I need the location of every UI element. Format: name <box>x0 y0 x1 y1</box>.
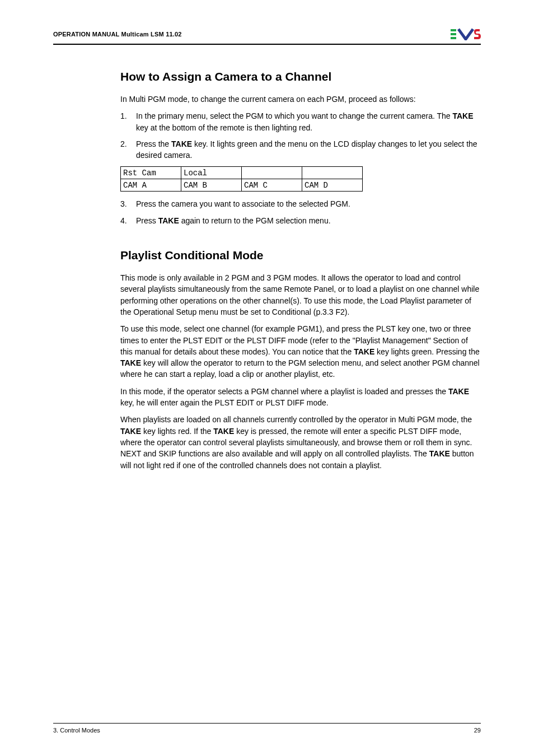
section1-steps-cont: Press the camera you want to associate t… <box>120 198 481 226</box>
document-footer: 3. Control Modes 29 <box>53 723 481 734</box>
main-content: How to Assign a Camera to a Channel In M… <box>120 70 481 701</box>
evs-logo <box>451 28 481 40</box>
document-header: OPERATION MANUAL Multicam LSM 11.02 <box>53 28 481 45</box>
section1-intro: In Multi PGM mode, to change the current… <box>120 94 481 105</box>
step-4: Press TAKE again to return to the PGM se… <box>120 215 481 226</box>
footer-page-number: 29 <box>474 727 481 734</box>
svg-rect-2 <box>451 37 456 39</box>
grid-cell-cam-c: CAM C <box>242 179 302 192</box>
take-key-label: TAKE <box>213 427 234 436</box>
step-1: In the primary menu, select the PGM to w… <box>120 110 481 133</box>
section2-p2: To use this mode, select one channel (fo… <box>120 323 481 380</box>
header-title: OPERATION MANUAL Multicam LSM 11.02 <box>53 31 182 38</box>
svg-rect-1 <box>451 33 456 35</box>
take-key-label: TAKE <box>448 387 469 396</box>
take-key-label: TAKE <box>354 347 374 356</box>
step-2: Press the TAKE key. It lights green and … <box>120 138 481 161</box>
section1-heading: How to Assign a Camera to a Channel <box>120 70 481 83</box>
grid-cell-cam-b: CAM B <box>181 179 242 192</box>
grid-cell-cam-d: CAM D <box>302 179 363 192</box>
take-key-label: TAKE <box>120 358 141 367</box>
footer-section: 3. Control Modes <box>53 727 100 734</box>
take-key-label: TAKE <box>158 216 179 225</box>
take-key-label: TAKE <box>171 139 192 148</box>
take-key-label: TAKE <box>429 449 450 458</box>
step-3: Press the camera you want to associate t… <box>120 198 481 209</box>
grid-cell-local: Local <box>181 167 242 179</box>
section1-steps: In the primary menu, select the PGM to w… <box>120 110 481 161</box>
section2-p3: In this mode, if the operator selects a … <box>120 386 481 409</box>
take-key-label: TAKE <box>120 427 141 436</box>
grid-cell-rst-cam: Rst Cam <box>121 167 181 179</box>
svg-rect-0 <box>451 29 456 31</box>
grid-cell-empty <box>242 167 302 179</box>
grid-cell-empty <box>302 167 363 179</box>
section2-heading: Playlist Conditional Mode <box>120 249 481 262</box>
camera-grid: Rst Cam Local CAM A CAM B CAM C CAM D <box>120 166 363 192</box>
grid-cell-cam-a: CAM A <box>121 179 181 192</box>
section2-p4: When playlists are loaded on all channel… <box>120 414 481 470</box>
section2-p1: This mode is only available in 2 PGM and… <box>120 272 481 318</box>
take-key-label: TAKE <box>452 111 473 120</box>
